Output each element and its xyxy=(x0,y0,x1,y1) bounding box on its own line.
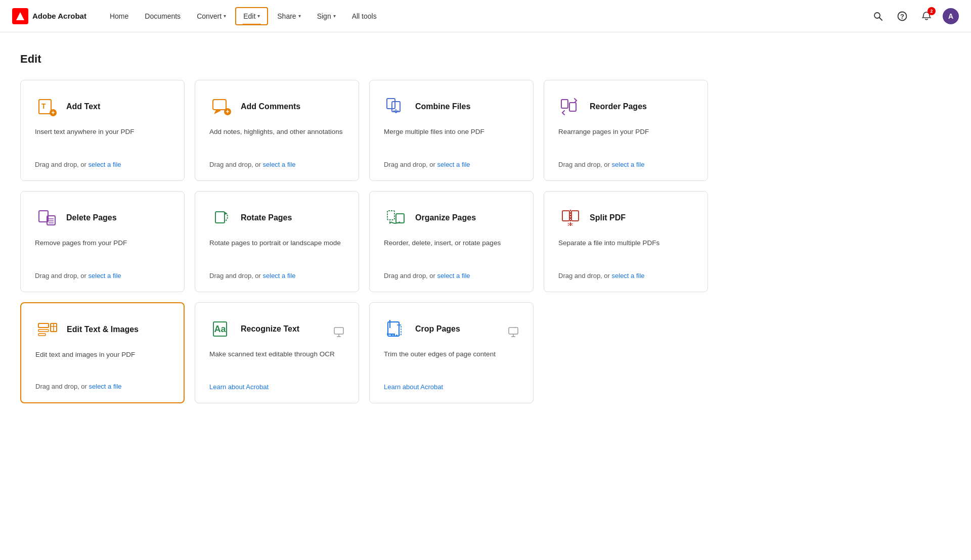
tool-card-combine-files[interactable]: Combine Files Merge multiple files into … xyxy=(369,80,534,181)
select-file-link[interactable]: select a file xyxy=(89,161,121,168)
svg-rect-28 xyxy=(571,211,579,221)
select-file-link[interactable]: select a file xyxy=(437,272,470,279)
tools-grid: T + Add Text Insert text anywhere in you… xyxy=(20,80,708,403)
tool-card-organize-pages[interactable]: Organize Pages Reorder, delete, insert, … xyxy=(369,191,534,292)
organize-pages-icon xyxy=(384,206,408,230)
tool-card-split-pdf[interactable]: ✂ Split PDF Separate a file into multipl… xyxy=(544,191,708,292)
tool-card-delete-pages[interactable]: Delete Pages Remove pages from your PDF … xyxy=(20,191,185,292)
chevron-down-icon: ▾ xyxy=(257,13,260,19)
tool-title: Add Comments xyxy=(241,102,300,111)
select-file-link[interactable]: select a file xyxy=(89,272,121,279)
tool-header: ✂ Split PDF xyxy=(558,206,693,230)
nav-documents[interactable]: Documents xyxy=(138,8,188,24)
tool-card-reorder-pages[interactable]: Reorder Pages Rearrange pages in your PD… xyxy=(544,80,708,181)
chevron-down-icon: ▾ xyxy=(224,13,226,19)
learn-about-acrobat-link[interactable]: Learn about Acrobat xyxy=(209,383,269,391)
avatar[interactable]: A xyxy=(943,8,959,24)
tool-header-inner: Crop Pages xyxy=(384,317,508,341)
tool-title: Crop Pages xyxy=(415,324,460,334)
tool-desc: Rearrange pages in your PDF xyxy=(558,127,693,153)
tool-desc: Trim the outer edges of page content xyxy=(384,349,519,375)
desktop-icon xyxy=(508,326,519,340)
svg-rect-22 xyxy=(215,212,225,223)
nav-edit[interactable]: Edit ▾ xyxy=(235,7,268,25)
tool-title: Split PDF xyxy=(590,213,626,222)
svg-text:?: ? xyxy=(900,13,904,20)
tool-header: Delete Pages xyxy=(35,206,170,230)
tool-desc: Make scanned text editable through OCR xyxy=(209,349,344,375)
nav-convert[interactable]: Convert ▾ xyxy=(190,8,233,24)
tool-header: + Add Comments xyxy=(209,95,344,119)
tool-desc: Reorder, delete, insert, or rotate pages xyxy=(384,238,519,264)
tool-desc: Edit text and images in your PDF xyxy=(35,350,169,375)
tool-title: Edit Text & Images xyxy=(67,325,139,334)
tool-desc: Separate a file into multiple PDFs xyxy=(558,238,693,264)
select-file-link[interactable]: select a file xyxy=(612,272,645,279)
tool-title: Recognize Text xyxy=(241,324,299,334)
svg-text:Aa: Aa xyxy=(214,324,226,334)
tool-header-inner: Aa Recognize Text xyxy=(209,317,333,341)
tool-desc: Insert text anywhere in your PDF xyxy=(35,127,170,153)
tool-card-rotate-pages[interactable]: Rotate Pages Rotate pages to portrait or… xyxy=(195,191,359,292)
tool-header: T + Add Text xyxy=(35,95,170,119)
chevron-down-icon: ▾ xyxy=(333,13,336,19)
chevron-down-icon: ▾ xyxy=(298,13,301,19)
select-file-link[interactable]: select a file xyxy=(612,161,645,168)
recognize-text-icon: Aa xyxy=(209,317,234,341)
nav-all-tools[interactable]: All tools xyxy=(345,8,384,24)
tool-footer: Drag and drop, or select a file xyxy=(384,161,519,168)
select-file-link[interactable]: select a file xyxy=(263,272,296,279)
tool-card-recognize-text[interactable]: Aa Recognize Text Make scanned text edit… xyxy=(195,302,359,403)
select-file-link[interactable]: select a file xyxy=(89,383,122,390)
svg-rect-13 xyxy=(387,99,395,109)
svg-rect-39 xyxy=(334,328,343,334)
tool-card-add-text[interactable]: T + Add Text Insert text anywhere in you… xyxy=(20,80,185,181)
svg-rect-15 xyxy=(561,100,568,108)
add-comments-icon: + xyxy=(209,95,234,119)
tool-title: Delete Pages xyxy=(66,213,117,222)
svg-point-1 xyxy=(874,13,880,18)
add-text-icon: T + xyxy=(35,95,59,119)
nav-home[interactable]: Home xyxy=(103,8,136,24)
search-icon[interactable] xyxy=(870,8,886,24)
split-pdf-icon: ✂ xyxy=(558,206,583,230)
svg-rect-9 xyxy=(213,100,226,110)
delete-pages-icon xyxy=(35,206,59,230)
nav-sign[interactable]: Sign ▾ xyxy=(310,8,343,24)
tool-footer: Drag and drop, or select a file xyxy=(35,272,170,279)
tool-desc: Add notes, highlights, and other annotat… xyxy=(209,127,344,153)
crop-pages-icon xyxy=(384,317,408,341)
svg-rect-25 xyxy=(396,214,404,223)
tool-title: Organize Pages xyxy=(415,213,476,222)
navbar: Adobe Acrobat Home Documents Convert ▾ E… xyxy=(0,0,971,32)
tool-footer: Drag and drop, or select a file xyxy=(384,272,519,279)
tool-card-edit-text-images[interactable]: Edit Text & Images Edit text and images … xyxy=(20,302,185,403)
nav-share[interactable]: Share ▾ xyxy=(270,8,307,24)
tool-header: Combine Files xyxy=(384,95,519,119)
brand-name: Adobe Acrobat xyxy=(32,12,86,20)
select-file-link[interactable]: select a file xyxy=(263,161,296,168)
tool-header: Crop Pages xyxy=(384,317,519,349)
tool-card-add-comments[interactable]: + Add Comments Add notes, highlights, an… xyxy=(195,80,359,181)
svg-text:✂: ✂ xyxy=(567,220,573,228)
tool-card-crop-pages[interactable]: Crop Pages Trim the outer edges of page … xyxy=(369,302,534,403)
select-file-link[interactable]: select a file xyxy=(437,161,470,168)
svg-rect-33 xyxy=(38,334,46,336)
tool-footer: Drag and drop, or select a file xyxy=(558,272,693,279)
edit-text-images-icon xyxy=(35,317,60,342)
svg-marker-0 xyxy=(16,12,24,20)
brand[interactable]: Adobe Acrobat xyxy=(12,8,86,24)
help-icon[interactable]: ? xyxy=(894,8,910,24)
notification-icon[interactable]: 2 xyxy=(918,8,935,24)
adobe-logo xyxy=(12,8,28,24)
learn-about-acrobat-link[interactable]: Learn about Acrobat xyxy=(384,383,443,391)
tool-header: Aa Recognize Text xyxy=(209,317,344,349)
svg-text:+: + xyxy=(51,109,55,116)
rotate-pages-icon xyxy=(209,206,234,230)
svg-text:T: T xyxy=(41,102,46,110)
tool-footer: Drag and drop, or select a file xyxy=(209,272,344,279)
tool-header: Rotate Pages xyxy=(209,206,344,230)
nav-bar: Home Documents Convert ▾ Edit ▾ Share ▾ … xyxy=(103,7,870,25)
tool-title: Rotate Pages xyxy=(241,213,292,222)
main-content: Edit T + Add Text Insert text anywhere i… xyxy=(0,32,728,424)
